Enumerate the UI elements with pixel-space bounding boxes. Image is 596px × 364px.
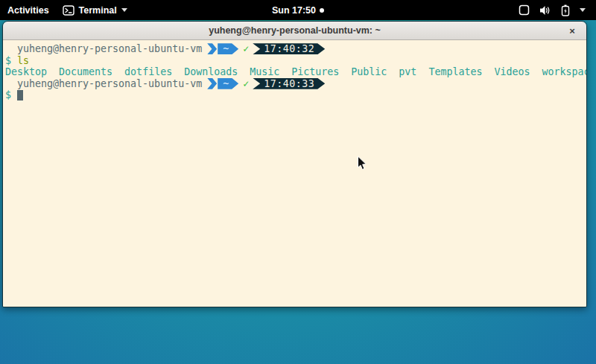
display-icon: [519, 4, 530, 16]
text-cursor: [17, 90, 23, 100]
terminal-window: yuheng@henry-personal-ubuntu-vm: ~ × yuh…: [2, 21, 587, 307]
chevron-down-icon: [580, 8, 586, 12]
prompt-time-segment: 17:40:32: [253, 43, 325, 54]
powerline-chevron-icon: [207, 78, 217, 89]
prompt-cwd-segment: ~: [218, 78, 238, 89]
current-input-line: $: [5, 89, 586, 101]
prompt-user: yuheng@henry-personal-ubuntu-vm: [5, 43, 202, 55]
terminal-output-area[interactable]: yuheng@henry-personal-ubuntu-vm ~ ✓ 17:4…: [3, 40, 586, 307]
activities-button[interactable]: Activities: [7, 5, 49, 16]
prompt-symbol: $: [5, 55, 11, 67]
prompt-time-segment: 17:40:33: [253, 78, 325, 89]
prompt-cwd-segment: ~: [218, 43, 238, 54]
ls-output-line: DesktopDocumentsdotfilesDownloadsMusicPi…: [5, 66, 586, 78]
volume-icon: [539, 5, 551, 16]
chevron-down-icon: [121, 8, 127, 12]
directory-name: Videos: [494, 66, 530, 78]
directory-name: dotfiles: [124, 66, 172, 78]
directory-name: Music: [250, 66, 279, 78]
status-check-icon: ✓: [243, 43, 249, 55]
gnome-top-bar: Activities Terminal Sun 17:50: [0, 0, 596, 20]
clock-label: Sun 17:50: [272, 5, 316, 16]
clock-button[interactable]: Sun 17:50: [272, 5, 324, 16]
window-title: yuheng@henry-personal-ubuntu-vm: ~: [209, 25, 381, 36]
notification-dot-icon: [320, 8, 324, 13]
directory-name: Templates: [428, 66, 482, 78]
app-menu-button[interactable]: Terminal: [63, 5, 127, 16]
prompt-symbol: $: [5, 89, 11, 101]
close-button[interactable]: ×: [564, 22, 580, 40]
system-status-area[interactable]: [519, 4, 596, 16]
directory-name: Downloads: [184, 66, 238, 78]
powerline-chevron-icon: [207, 43, 217, 54]
battery-charging-icon: [561, 4, 570, 16]
terminal-app-icon: [63, 5, 74, 16]
command-line: $ ls: [5, 55, 586, 67]
directory-name: Pictures: [291, 66, 339, 78]
window-titlebar[interactable]: yuheng@henry-personal-ubuntu-vm: ~ ×: [3, 22, 586, 40]
directory-name: Desktop: [5, 66, 47, 78]
directory-name: Documents: [59, 66, 112, 78]
command-text: ls: [17, 55, 29, 67]
activities-label: Activities: [7, 5, 49, 16]
prompt-line: yuheng@henry-personal-ubuntu-vm ~ ✓ 17:4…: [5, 78, 586, 90]
directory-name: pvt: [399, 66, 416, 78]
prompt-user: yuheng@henry-personal-ubuntu-vm: [5, 78, 202, 90]
prompt-line: yuheng@henry-personal-ubuntu-vm ~ ✓ 17:4…: [5, 43, 586, 55]
status-check-icon: ✓: [243, 78, 249, 90]
app-menu-label: Terminal: [79, 5, 117, 16]
directory-name: workspace: [542, 66, 586, 78]
directory-name: Public: [351, 66, 387, 78]
